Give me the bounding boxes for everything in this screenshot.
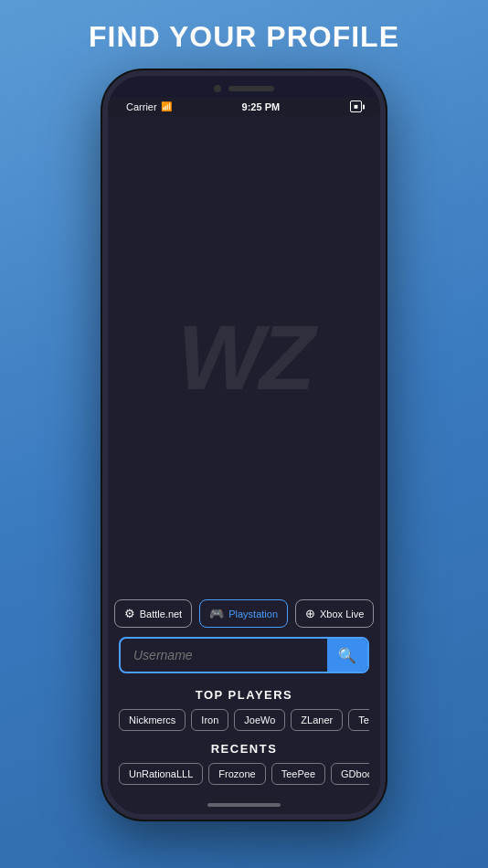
- recent-tag-teepee[interactable]: TeePee: [271, 763, 325, 785]
- carrier-label: Carrier 📶: [126, 101, 172, 112]
- phone-speaker: [228, 86, 274, 91]
- platform-buttons: ⚙ Battle.net 🎮 Playstation ⊕ Xbox Live: [108, 599, 380, 628]
- phone-camera: [214, 85, 221, 92]
- recents-section: RECENTS UnRationaLLL Frozone TeePee GDbo…: [108, 742, 380, 785]
- status-bar: Carrier 📶 9:25 PM ■: [108, 97, 380, 116]
- top-players-title: TOP PLAYERS: [119, 688, 369, 702]
- xboxlive-label: Xbox Live: [320, 609, 364, 619]
- playstation-icon: 🎮: [209, 607, 224, 620]
- status-time: 9:25 PM: [242, 101, 281, 112]
- recents-title: RECENTS: [119, 742, 369, 756]
- phone-top-bar: [108, 76, 380, 97]
- player-tag-nickmercs[interactable]: Nickmercs: [119, 709, 186, 731]
- phone-screen: WZ ⚙ Battle.net 🎮 Playstation ⊕ Xbox Liv…: [108, 116, 380, 796]
- player-tag-teepee[interactable]: TeePee: [348, 709, 369, 731]
- home-indicator: [207, 803, 281, 807]
- player-tag-zlaner[interactable]: ZLaner: [291, 709, 343, 731]
- platform-xboxlive[interactable]: ⊕ Xbox Live: [295, 599, 374, 628]
- battlenet-label: Battle.net: [140, 609, 182, 619]
- xbox-icon: ⊕: [305, 607, 315, 620]
- battery-icon: ■: [350, 101, 362, 112]
- carrier-text: Carrier: [126, 101, 157, 112]
- wz-logo: WZ: [177, 305, 310, 410]
- top-players-section: TOP PLAYERS Nickmercs Iron JoeWo ZLaner …: [108, 688, 380, 731]
- player-tag-joewo[interactable]: JoeWo: [234, 709, 285, 731]
- search-bar: 🔍: [119, 637, 369, 673]
- battlenet-icon: ⚙: [124, 607, 135, 620]
- top-players-list: Nickmercs Iron JoeWo ZLaner TeePee TOM: [119, 709, 369, 731]
- recent-tag-gdbooya[interactable]: GDbooya: [331, 763, 369, 785]
- phone-shell: Carrier 📶 9:25 PM ■ WZ ⚙ Battle.net 🎮 Pl…: [102, 70, 386, 820]
- phone-bottom: [108, 796, 380, 814]
- search-button[interactable]: 🔍: [327, 639, 367, 672]
- playstation-label: Playstation: [228, 609, 278, 619]
- search-icon: 🔍: [338, 647, 356, 664]
- recents-list: UnRationaLLL Frozone TeePee GDbooya ZLan…: [119, 763, 369, 785]
- search-input[interactable]: [121, 639, 327, 672]
- recent-tag-unrationaLLL[interactable]: UnRationaLLL: [119, 763, 203, 785]
- wifi-icon: 📶: [161, 101, 172, 111]
- platform-battlenet[interactable]: ⚙ Battle.net: [114, 599, 192, 628]
- platform-playstation[interactable]: 🎮 Playstation: [199, 599, 288, 628]
- logo-area: WZ: [108, 116, 380, 599]
- player-tag-iron[interactable]: Iron: [191, 709, 228, 731]
- page-title: FIND YOUR PROFILE: [89, 20, 399, 54]
- recent-tag-frozone[interactable]: Frozone: [208, 763, 265, 785]
